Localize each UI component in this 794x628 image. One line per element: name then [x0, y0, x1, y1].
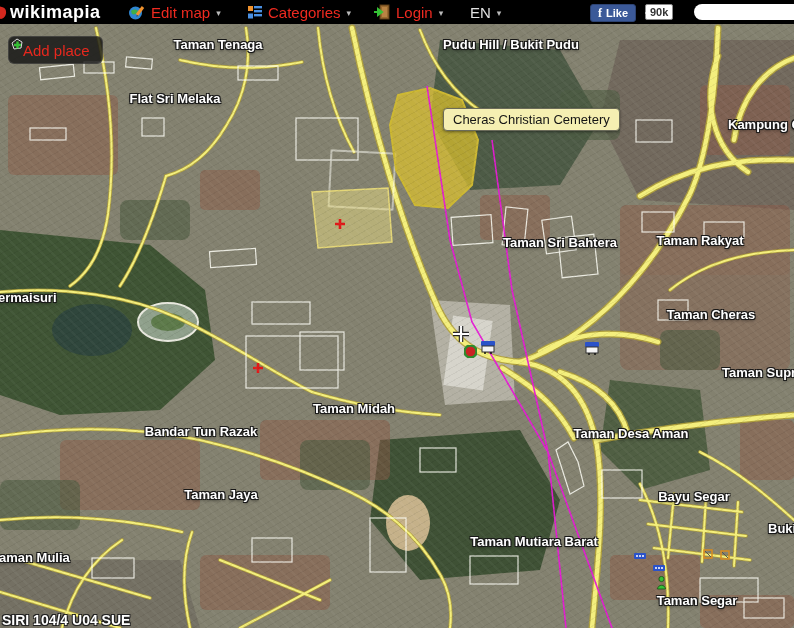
map-label: Pudu Hill / Bukit Pudu — [443, 37, 579, 52]
map-label: Taman Mutiara Barat — [470, 534, 598, 549]
map-label: Kampung C — [728, 117, 794, 132]
map-label: aman Mulia — [0, 550, 70, 565]
chevron-down-icon: ▾ — [216, 8, 221, 18]
language-label: EN — [470, 4, 491, 21]
facebook-like-label: Like — [606, 7, 628, 19]
chevron-down-icon: ▾ — [439, 8, 444, 18]
facebook-like-button[interactable]: f Like — [590, 4, 636, 22]
search-input[interactable] — [694, 4, 794, 20]
login-label: Login — [396, 4, 433, 21]
map-label: Taman Sri Bahtera — [503, 235, 617, 250]
place-tooltip: Cheras Christian Cemetery — [443, 108, 620, 131]
map-label: Taman Tenaga — [173, 37, 262, 52]
categories-label: Categories — [268, 4, 341, 21]
map-viewport[interactable]: Taman Tenaga Pudu Hill / Bukit Pudu Flat… — [0, 0, 794, 628]
top-navigation-bar: wikimapia Edit map ▾ Categories ▾ Login … — [0, 0, 794, 24]
login-door-icon — [374, 4, 390, 20]
highlighted-place-secondary[interactable] — [312, 188, 392, 248]
map-label: Taman Segar — [657, 593, 738, 608]
map-label: Taman Supre — [722, 365, 794, 380]
map-label: Taman Jaya — [184, 487, 257, 502]
categories-list-icon — [248, 5, 262, 19]
map-label: Flat Sri Melaka — [129, 91, 220, 106]
map-sheet-watermark: SIRI 104/4 U04 SUE — [2, 612, 130, 628]
map-label: Taman Desa Aman — [574, 426, 689, 441]
categories-menu[interactable]: Categories ▾ — [248, 0, 351, 24]
map-label: Taman Midah — [313, 401, 395, 416]
map-label: Bukit — [768, 521, 794, 536]
map-label: Taman Cheras — [667, 307, 756, 322]
wikimapia-logo[interactable]: wikimapia — [10, 2, 101, 23]
chevron-down-icon: ▾ — [497, 8, 502, 18]
add-place-button[interactable]: Add place — [8, 36, 103, 64]
wikimapia-logo-mark-icon — [0, 6, 7, 20]
chevron-down-icon: ▾ — [347, 8, 352, 18]
language-menu[interactable]: EN ▾ — [470, 0, 501, 24]
login-menu[interactable]: Login ▾ — [374, 0, 443, 24]
like-count-badge[interactable]: 90k — [645, 4, 673, 20]
map-label: Taman Rakyat — [656, 233, 743, 248]
facebook-f-icon: f — [598, 6, 602, 21]
globe-edit-icon — [128, 4, 145, 21]
map-label: Bayu Segar — [658, 489, 730, 504]
map-label: Bandar Tun Razak — [145, 424, 257, 439]
add-place-label: Add place — [23, 42, 90, 59]
edit-map-menu[interactable]: Edit map ▾ — [128, 0, 221, 24]
edit-map-label: Edit map — [151, 4, 210, 21]
map-label: ermaisuri — [0, 290, 57, 305]
